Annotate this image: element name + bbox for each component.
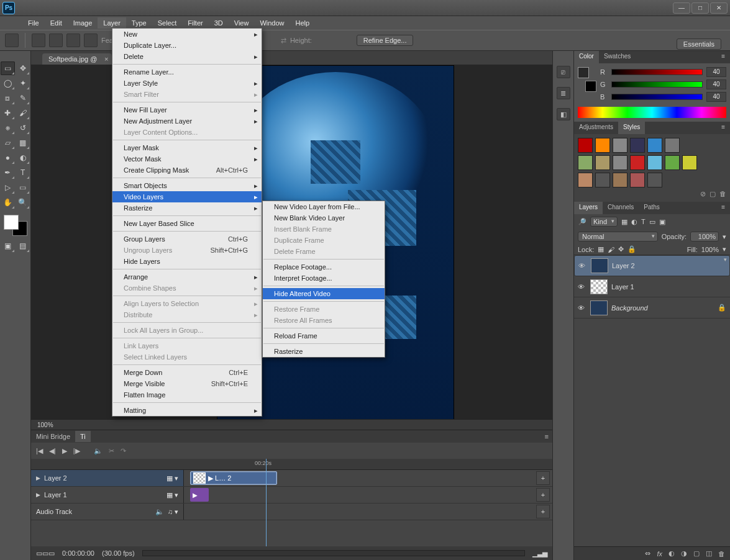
document-tab[interactable]: Softpedia.jpg @ × (42, 53, 112, 65)
layer-thumbnail[interactable] (590, 279, 608, 294)
visibility-icon[interactable]: 👁 (578, 283, 586, 291)
menu-type[interactable]: Type (126, 17, 152, 29)
filter-pixel-icon[interactable]: ▦ (621, 218, 627, 226)
style-swatch[interactable] (595, 138, 610, 153)
video-clip[interactable]: ▶ (190, 488, 209, 502)
layer-menu-item[interactable]: Layer Mask▸ (112, 142, 262, 153)
tab-timeline[interactable]: Ti (75, 431, 91, 442)
style-swatch[interactable] (682, 155, 697, 170)
style-swatch[interactable] (630, 138, 645, 153)
clear-style-icon[interactable]: ⊘ (700, 190, 706, 197)
panel-menu-icon[interactable]: ≡ (541, 433, 552, 440)
style-swatch[interactable] (647, 138, 662, 153)
tab-mini-bridge[interactable]: Mini Bridge (31, 431, 75, 442)
prev-frame-button[interactable]: ◀| (49, 447, 56, 455)
hand-tool[interactable]: ✋ (1, 196, 15, 209)
video-submenu-item[interactable]: Hide Altered Video (263, 288, 385, 299)
layer-menu-item[interactable]: Merge VisibleShift+Ctrl+E (112, 378, 262, 389)
video-submenu-item[interactable]: Interpret Footage... (263, 273, 385, 284)
layer-menu-item[interactable]: New Layer Based Slice (112, 218, 262, 229)
layer-row[interactable]: 👁 Background 🔒 (574, 297, 730, 318)
style-swatch[interactable] (595, 173, 610, 187)
track-header[interactable]: ▶ Layer 1 ▦ ▾ (31, 487, 184, 503)
style-swatch[interactable] (578, 138, 593, 153)
layer-row[interactable]: 👁 Layer 1 (574, 276, 730, 297)
style-swatch[interactable] (630, 155, 645, 170)
layer-row[interactable]: 👁 Layer 2 (574, 255, 730, 276)
filter-type-icon[interactable]: T (641, 218, 646, 225)
layer-menu-item[interactable]: Flatten Image (112, 389, 262, 400)
layer-thumbnail[interactable] (591, 258, 608, 273)
layer-menu-item[interactable]: Delete▸ (112, 51, 262, 62)
add-clip-button[interactable]: + (536, 488, 550, 502)
g-slider[interactable] (611, 81, 703, 88)
window-minimize-button[interactable]: — (673, 2, 690, 14)
history-brush-tool[interactable]: ↺ (16, 121, 30, 135)
selection-add-icon[interactable] (49, 34, 63, 47)
fill-input[interactable]: 100% (701, 246, 719, 253)
menu-select[interactable]: Select (152, 17, 183, 29)
close-icon[interactable]: × (104, 55, 108, 63)
blend-mode-select[interactable]: Normal (578, 232, 658, 242)
group-icon[interactable]: ▢ (693, 549, 700, 558)
layer-menu-item[interactable]: Arrange▸ (112, 271, 262, 282)
layer-menu-item[interactable]: Matting▸ (112, 405, 262, 416)
lock-trans-icon[interactable]: ▦ (598, 245, 604, 253)
style-swatch[interactable] (647, 173, 662, 187)
trash-icon[interactable]: 🗑 (718, 550, 725, 558)
style-swatch[interactable] (613, 173, 627, 187)
type-tool[interactable]: T (16, 166, 30, 179)
layer-menu-item[interactable]: New Fill Layer▸ (112, 104, 262, 115)
zoom-percent[interactable]: 100% (31, 422, 60, 428)
window-maximize-button[interactable]: □ (691, 2, 709, 14)
color-spectrum[interactable] (578, 107, 726, 118)
screenmode-tool[interactable]: ▤ (16, 239, 30, 253)
tab-color[interactable]: Color (574, 51, 599, 63)
selection-sub-icon[interactable] (66, 34, 80, 47)
tab-layers[interactable]: Layers (574, 202, 603, 214)
filter-shape-icon[interactable]: ▭ (649, 218, 655, 226)
add-clip-button[interactable]: + (536, 471, 550, 485)
timeline-mode-icon[interactable]: ▭▭▭ (36, 549, 55, 558)
gradient-tool[interactable]: ▦ (16, 136, 30, 150)
layer-menu-item[interactable]: Vector Mask▸ (112, 153, 262, 165)
shape-tool[interactable]: ▭ (16, 181, 30, 194)
style-swatch[interactable] (665, 138, 680, 153)
b-value[interactable]: 40 (706, 92, 726, 102)
menu-layer[interactable]: Layer (98, 17, 126, 29)
crop-tool[interactable]: ⧈ (1, 91, 15, 105)
foreground-color-swatch[interactable] (4, 215, 19, 230)
opacity-input[interactable]: 100% (690, 232, 719, 242)
menu-3d[interactable]: 3D (209, 17, 229, 29)
lock-move-icon[interactable]: ✥ (618, 245, 624, 253)
play-button[interactable]: ▶ (62, 447, 67, 455)
lock-all-icon[interactable]: 🔒 (627, 245, 636, 253)
layer-menu-item[interactable]: Group LayersCtrl+G (112, 233, 262, 245)
move-tool[interactable]: ✥ (16, 61, 30, 75)
menu-edit[interactable]: Edit (45, 17, 68, 29)
video-clip[interactable]: ▶ L… 2 (190, 471, 277, 485)
blur-tool[interactable]: ● (1, 151, 15, 165)
adj-layer-icon[interactable]: ◑ (681, 549, 687, 558)
refine-edge-button[interactable]: Refine Edge... (357, 35, 414, 46)
r-value[interactable]: 40 (706, 67, 726, 77)
dodge-tool[interactable]: ◐ (16, 151, 30, 165)
zoom-tool[interactable]: 🔍 (16, 196, 30, 209)
mask-icon[interactable]: ◐ (668, 549, 675, 558)
style-swatch[interactable] (613, 155, 627, 170)
style-swatch[interactable] (578, 155, 593, 170)
video-submenu-item[interactable]: Replace Footage... (263, 261, 385, 273)
g-value[interactable]: 40 (706, 79, 726, 89)
menu-help[interactable]: Help (290, 17, 316, 29)
zoom-slider-icon[interactable]: ▁▃▅ (532, 549, 547, 558)
eyedropper-tool[interactable]: ✎ (16, 91, 30, 105)
style-swatch[interactable] (595, 155, 610, 170)
layer-menu-item[interactable]: New▸ (112, 29, 262, 40)
tab-paths[interactable]: Paths (639, 202, 665, 214)
layer-menu-item[interactable]: Smart Objects▸ (112, 180, 262, 191)
fg-bg-swatch[interactable] (2, 214, 29, 237)
brush-tool[interactable]: 🖌 (16, 106, 30, 120)
timeline-ruler[interactable]: 00:20s (31, 459, 552, 470)
layer-filter-select[interactable]: Kind (590, 217, 618, 227)
menu-image[interactable]: Image (68, 17, 98, 29)
